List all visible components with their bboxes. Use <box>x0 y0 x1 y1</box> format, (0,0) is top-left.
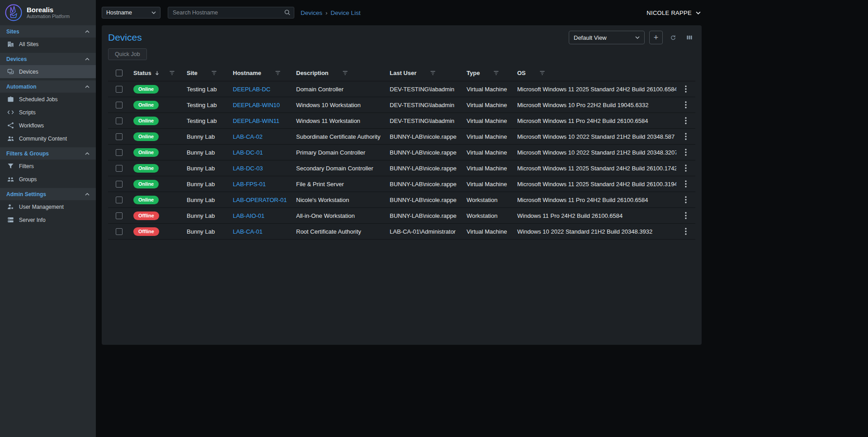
hostname-link[interactable]: LAB-DC-01 <box>233 149 263 156</box>
sidebar-section-devices[interactable]: Devices <box>0 53 96 65</box>
hostname-link[interactable]: DEEPLAB-WIN10 <box>233 102 280 108</box>
type-cell: Virtual Machine <box>463 149 514 156</box>
row-actions-menu-icon[interactable] <box>682 85 689 94</box>
hostname-link[interactable]: LAB-FPS-01 <box>233 181 266 188</box>
row-actions-menu-icon[interactable] <box>682 148 689 157</box>
hostname-link[interactable]: LAB-OPERATOR-01 <box>233 197 287 203</box>
filter-icon[interactable] <box>539 70 545 75</box>
row-checkbox[interactable] <box>116 133 123 140</box>
search-input[interactable] <box>168 7 294 19</box>
app-logo: Borealis Automation Platform <box>0 0 96 25</box>
sidebar-section-filters-groups[interactable]: Filters & Groups <box>0 147 96 160</box>
chevron-up-icon <box>85 58 90 61</box>
sidebar-item-community-content[interactable]: Community Content <box>0 132 96 145</box>
row-actions-menu-icon[interactable] <box>682 227 689 236</box>
column-header-type[interactable]: Type <box>463 70 514 76</box>
description-cell: Nicole's Workstation <box>292 197 386 203</box>
row-checkbox[interactable] <box>116 212 123 219</box>
column-header-description[interactable]: Description <box>292 70 386 76</box>
sidebar-section-admin-settings[interactable]: Admin Settings <box>0 188 96 200</box>
sidebar-item-devices[interactable]: Devices <box>0 65 96 78</box>
sidebar-item-scheduled-jobs[interactable]: Scheduled Jobs <box>0 93 96 106</box>
hostname-link[interactable]: LAB-AIO-01 <box>233 212 264 219</box>
devices-table: Status Site <box>108 65 695 240</box>
table-row: Online Bunny Lab LAB-CA-02 Subordinate C… <box>108 129 695 145</box>
search-field-select[interactable]: Hostname <box>102 7 160 19</box>
column-header-os[interactable]: OS <box>514 70 676 76</box>
last-user-cell: DEV-TESTING\labadmin <box>386 117 463 124</box>
row-actions-menu-icon[interactable] <box>682 132 689 141</box>
add-view-button[interactable]: + <box>649 31 663 44</box>
column-header-hostname[interactable]: Hostname <box>229 70 292 76</box>
site-cell: Bunny Lab <box>183 197 229 203</box>
user-name: NICOLE RAPPE <box>646 9 692 16</box>
sidebar-item-label: Devices <box>19 69 38 75</box>
row-actions-menu-icon[interactable] <box>682 100 689 109</box>
breadcrumb-devices-link[interactable]: Devices <box>301 9 322 16</box>
row-checkbox[interactable] <box>116 102 123 108</box>
sidebar-item-label: Filters <box>19 163 34 169</box>
view-select[interactable]: Default View <box>569 31 645 44</box>
column-header-last-user[interactable]: Last User <box>386 70 463 76</box>
row-actions-menu-icon[interactable] <box>682 195 689 204</box>
quick-job-button[interactable]: Quick Job <box>108 48 147 60</box>
sidebar-item-all-sites[interactable]: All Sites <box>0 38 96 51</box>
filter-icon[interactable] <box>493 70 499 75</box>
briefcase-icon <box>7 96 14 103</box>
row-checkbox[interactable] <box>116 228 123 235</box>
filter-icon[interactable] <box>430 70 436 75</box>
row-actions-menu-icon[interactable] <box>682 116 689 125</box>
os-cell: Microsoft Windows 11 2025 Standard 24H2 … <box>514 86 676 93</box>
table-row: Online Testing Lab DEEPLAB-DC Domain Con… <box>108 81 695 97</box>
refresh-icon[interactable] <box>667 32 679 43</box>
sidebar-item-user-management[interactable]: User Management <box>0 200 96 213</box>
row-checkbox[interactable] <box>116 197 123 203</box>
page-title: Devices <box>108 32 142 43</box>
breadcrumb-device-list-link[interactable]: Device List <box>330 9 360 16</box>
hostname-link[interactable]: DEEPLAB-DC <box>233 86 270 93</box>
sidebar-item-scripts[interactable]: Scripts <box>0 106 96 119</box>
site-cell: Testing Lab <box>183 117 229 124</box>
devices-panel: Devices Default View + <box>102 25 702 345</box>
column-header-status[interactable]: Status <box>130 70 183 76</box>
sidebar-item-workflows[interactable]: Workflows <box>0 119 96 132</box>
status-badge: Online <box>133 164 159 173</box>
filter-icon[interactable] <box>211 70 217 75</box>
hostname-link[interactable]: LAB-DC-03 <box>233 165 263 172</box>
filter-icon[interactable] <box>169 70 175 75</box>
hostname-link[interactable]: LAB-CA-01 <box>233 228 263 235</box>
hostname-link[interactable]: LAB-CA-02 <box>233 133 263 140</box>
row-actions-menu-icon[interactable] <box>682 164 689 173</box>
sidebar-item-server-info[interactable]: Server Info <box>0 213 96 226</box>
sidebar-section-sites[interactable]: Sites <box>0 25 96 38</box>
row-actions-menu-icon[interactable] <box>682 211 689 220</box>
columns-icon[interactable] <box>684 32 695 43</box>
os-cell: Windows 10 2022 Standard 21H2 Build 2034… <box>514 228 676 235</box>
row-checkbox[interactable] <box>116 165 123 172</box>
chevron-up-icon <box>85 30 90 33</box>
sidebar-item-label: Workflows <box>19 122 44 129</box>
sort-desc-icon[interactable] <box>154 70 160 76</box>
row-checkbox[interactable] <box>116 117 123 124</box>
row-checkbox[interactable] <box>116 181 123 188</box>
row-actions-menu-icon[interactable] <box>682 179 689 188</box>
main-area: Hostname Devices › Device List NICOLE RA… <box>96 0 708 437</box>
sidebar-item-groups[interactable]: Groups <box>0 173 96 186</box>
chevron-down-icon <box>696 11 701 14</box>
chevron-down-icon <box>635 36 640 39</box>
sidebar-section-automation[interactable]: Automation <box>0 80 96 93</box>
user-menu[interactable]: NICOLE RAPPE <box>646 9 702 16</box>
row-checkbox[interactable] <box>116 149 123 156</box>
status-badge: Online <box>133 148 159 157</box>
filter-icon[interactable] <box>342 70 348 75</box>
status-badge: Offline <box>133 227 159 236</box>
last-user-cell: BUNNY-LAB\nicole.rappe <box>386 212 463 219</box>
row-checkbox[interactable] <box>116 86 123 93</box>
status-badge: Online <box>133 196 159 204</box>
filter-icon[interactable] <box>275 70 281 75</box>
hostname-link[interactable]: DEEPLAB-WIN11 <box>233 117 279 124</box>
sidebar-item-filters[interactable]: Filters <box>0 160 96 173</box>
column-header-site[interactable]: Site <box>183 70 229 76</box>
select-all-checkbox[interactable] <box>116 70 123 76</box>
code-icon <box>7 109 14 116</box>
